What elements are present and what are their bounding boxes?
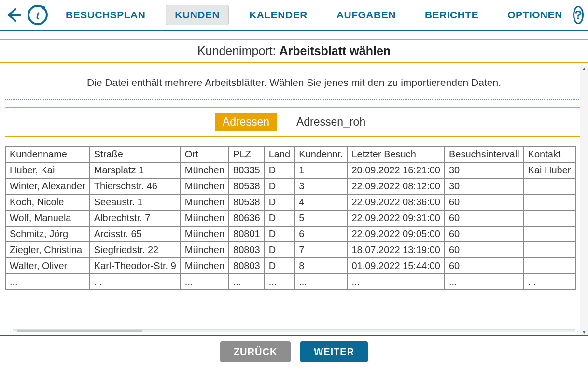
content-area: Die Datei enthält mehrere Arbeitsblätter… bbox=[0, 63, 588, 332]
table-cell: 5 bbox=[294, 210, 347, 226]
table-cell: Walter, Oliver bbox=[5, 258, 90, 274]
table-cell: 8 bbox=[294, 258, 347, 274]
page-title-prefix: Kundenimport: bbox=[197, 44, 280, 57]
nav-item-berichte[interactable]: BERICHTE bbox=[416, 5, 487, 25]
table-cell: 60 bbox=[445, 210, 524, 226]
table-cell: 18.07.2022 13:19:00 bbox=[347, 242, 445, 258]
table-cell: 22.09.2022 08:12:00 bbox=[347, 178, 445, 194]
table-cell: Arcisstr. 65 bbox=[90, 226, 181, 242]
table-cell: 60 bbox=[445, 194, 524, 210]
column-header: Straße bbox=[90, 146, 181, 162]
table-cell: 4 bbox=[294, 194, 347, 210]
back-button[interactable]: ZURÜCK bbox=[220, 341, 291, 362]
table-row: Koch, NicoleSeeaustr. 1München80538D422.… bbox=[5, 194, 575, 210]
table-cell: ... bbox=[229, 274, 265, 290]
table-cell: Winter, Alexander bbox=[5, 178, 90, 194]
table-cell: Siegfriedstr. 22 bbox=[90, 242, 181, 258]
table-cell: Huber, Kai bbox=[5, 162, 90, 178]
hscroll-track[interactable] bbox=[13, 329, 575, 332]
nav-items: BESUCHSPLANKUNDENKALENDERAUFGABENBERICHT… bbox=[57, 5, 571, 25]
table-cell: München bbox=[181, 194, 229, 210]
table-cell: München bbox=[181, 242, 229, 258]
column-header: Ort bbox=[181, 146, 229, 162]
column-header: Letzter Besuch bbox=[347, 146, 445, 162]
table-row: Winter, AlexanderThierschstr. 46München8… bbox=[5, 178, 575, 194]
table-cell bbox=[524, 178, 575, 194]
table-cell: 80803 bbox=[229, 242, 265, 258]
table-cell: München bbox=[181, 210, 229, 226]
table-cell: D bbox=[265, 178, 295, 194]
scroll-up-arrow-icon[interactable]: ▲ bbox=[580, 65, 588, 71]
nav-item-besuchsplan[interactable]: BESUCHSPLAN bbox=[57, 5, 154, 25]
nav-item-kalender[interactable]: KALENDER bbox=[240, 5, 316, 25]
table-row: Walter, OliverKarl-Theodor-Str. 9München… bbox=[5, 258, 575, 274]
next-button[interactable]: WEITER bbox=[300, 341, 368, 362]
table-cell: 60 bbox=[445, 242, 524, 258]
table-row: ........................... bbox=[5, 274, 575, 290]
help-icon[interactable]: ? bbox=[573, 6, 584, 24]
table-cell bbox=[524, 242, 575, 258]
table-cell bbox=[524, 258, 575, 274]
table-cell: 22.09.2022 08:36:00 bbox=[347, 194, 445, 210]
table-cell: 30 bbox=[445, 178, 524, 194]
table-row: Schmitz, JörgArcisstr. 65München80801D62… bbox=[5, 226, 575, 242]
table-cell: Seeaustr. 1 bbox=[90, 194, 181, 210]
table-cell: Kai Huber bbox=[524, 162, 575, 178]
sheet-tab-adressen[interactable]: Adressen bbox=[215, 113, 277, 131]
sheet-tab-adressen_roh[interactable]: Adressen_roh bbox=[289, 113, 373, 131]
table-cell: ... bbox=[5, 274, 90, 290]
table-cell: ... bbox=[90, 274, 181, 290]
scroll-down-arrow-icon[interactable]: ▼ bbox=[580, 328, 588, 335]
table-cell: ... bbox=[294, 274, 347, 290]
top-nav: t BESUCHSPLANKUNDENKALENDERAUFGABENBERIC… bbox=[0, 0, 588, 31]
table-cell: 30 bbox=[445, 162, 524, 178]
vertical-scrollbar[interactable]: ▲ ▼ bbox=[580, 65, 588, 335]
table-cell: Koch, Nicole bbox=[5, 194, 90, 210]
table-cell: 22.09.2022 09:05:00 bbox=[347, 226, 445, 242]
nav-item-aufgaben[interactable]: AUFGABEN bbox=[328, 5, 405, 25]
table-cell: 01.09.2022 15:44:00 bbox=[347, 258, 445, 274]
app-logo-icon[interactable]: t bbox=[27, 3, 48, 27]
column-header: PLZ bbox=[229, 146, 265, 162]
table-row: Wolf, ManuelaAlbrechtstr. 7München80636D… bbox=[5, 210, 575, 226]
table-cell: München bbox=[181, 226, 229, 242]
page-title-main: Arbeitsblatt wählen bbox=[279, 44, 391, 57]
gold-separator-bottom bbox=[5, 136, 583, 137]
sheet-tabs: AdressenAdressen_roh bbox=[5, 108, 583, 136]
instruction-text: Die Datei enthält mehrere Arbeitsblätter… bbox=[5, 63, 583, 99]
table-cell bbox=[524, 210, 575, 226]
table-cell: D bbox=[265, 242, 295, 258]
table-cell: ... bbox=[181, 274, 229, 290]
table-cell bbox=[524, 194, 575, 210]
table-cell: Schmitz, Jörg bbox=[5, 226, 90, 242]
help-symbol: ? bbox=[574, 8, 582, 23]
table-row: Ziegler, ChristinaSiegfriedstr. 22Münche… bbox=[5, 242, 575, 258]
table-cell: Karl-Theodor-Str. 9 bbox=[90, 258, 181, 274]
table-cell: München bbox=[181, 258, 229, 274]
table-row: Huber, KaiMarsplatz 1München80335D120.09… bbox=[5, 162, 575, 178]
table-cell: ... bbox=[445, 274, 524, 290]
table-cell: 80335 bbox=[229, 162, 265, 178]
nav-item-kunden[interactable]: KUNDEN bbox=[166, 5, 229, 25]
table-cell: Albrechtstr. 7 bbox=[90, 210, 181, 226]
table-cell: Ziegler, Christina bbox=[5, 242, 90, 258]
table-cell: D bbox=[265, 258, 295, 274]
table-cell: D bbox=[265, 226, 295, 242]
table-cell: 60 bbox=[445, 226, 524, 242]
vscroll-track[interactable] bbox=[580, 71, 588, 328]
horizontal-scrollbar[interactable]: ◀ ▶ bbox=[5, 329, 583, 332]
scroll-left-arrow-icon[interactable]: ◀ bbox=[5, 329, 13, 332]
table-cell: ... bbox=[347, 274, 445, 290]
table-cell: ... bbox=[524, 274, 575, 290]
table-cell: 3 bbox=[294, 178, 347, 194]
hscroll-thumb[interactable] bbox=[17, 330, 142, 332]
table-cell: 20.09.2022 16:21:00 bbox=[347, 162, 445, 178]
table-cell: 80803 bbox=[229, 258, 265, 274]
table-cell: D bbox=[265, 194, 295, 210]
back-arrow-icon[interactable] bbox=[5, 4, 22, 26]
table-cell: München bbox=[181, 162, 229, 178]
dotted-separator bbox=[5, 99, 583, 100]
table-cell bbox=[524, 226, 575, 242]
table-cell: 80538 bbox=[229, 178, 265, 194]
nav-item-optionen[interactable]: OPTIONEN bbox=[499, 5, 571, 25]
